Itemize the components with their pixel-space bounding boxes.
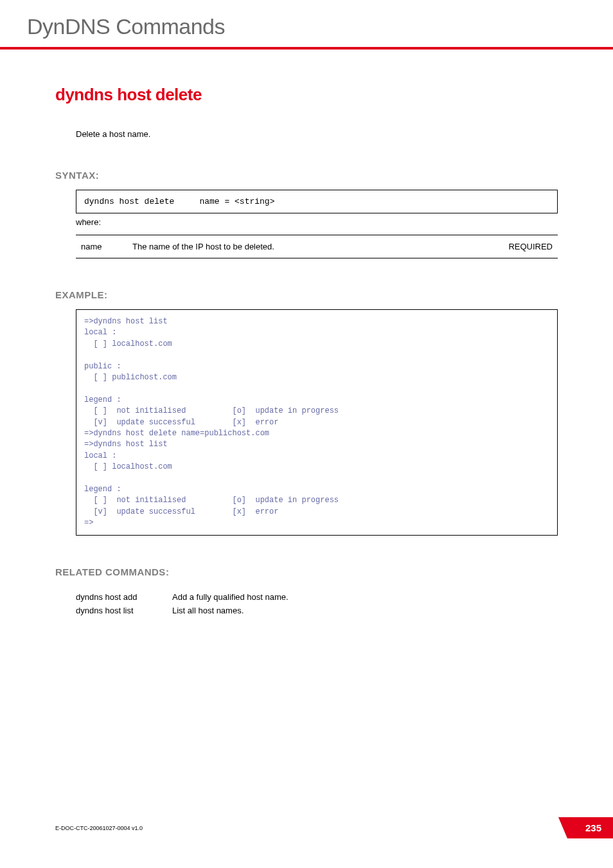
related-table: dyndns host add Add a fully qualified ho… <box>76 590 289 617</box>
where-label: where: <box>76 217 558 227</box>
related-description: Add a fully qualified host name. <box>172 590 289 604</box>
related-command: dyndns host list <box>76 604 172 617</box>
param-table: name The name of the IP host to be delet… <box>76 235 558 258</box>
table-row: dyndns host list List all host names. <box>76 604 289 617</box>
command-description: Delete a host name. <box>76 129 558 139</box>
related-label: RELATED COMMANDS: <box>55 566 558 577</box>
table-row: name The name of the IP host to be delet… <box>76 235 558 258</box>
related-description: List all host names. <box>172 604 289 617</box>
syntax-code: dyndns host delete name = <string> <box>84 197 274 206</box>
document-id: E-DOC-CTC-20061027-0004 v1.0 <box>55 825 143 831</box>
footer: E-DOC-CTC-20061027-0004 v1.0 235 <box>55 817 613 838</box>
content: dyndns host delete Delete a host name. S… <box>0 50 613 617</box>
syntax-label: SYNTAX: <box>55 170 558 181</box>
example-label: EXAMPLE: <box>55 289 558 300</box>
example-box: =>dyndns host list local : [ ] localhost… <box>76 309 558 536</box>
header-title: DynDNS Commands <box>27 14 586 39</box>
syntax-box: dyndns host delete name = <string> <box>76 190 558 213</box>
param-description: The name of the IP host to be deleted. <box>127 235 493 258</box>
param-required: REQUIRED <box>493 235 558 258</box>
related-command: dyndns host add <box>76 590 172 604</box>
command-title: dyndns host delete <box>55 85 558 105</box>
table-row: dyndns host add Add a fully qualified ho… <box>76 590 289 604</box>
page-number: 235 <box>567 817 613 838</box>
param-name: name <box>76 235 127 258</box>
page-header: DynDNS Commands <box>0 0 613 47</box>
